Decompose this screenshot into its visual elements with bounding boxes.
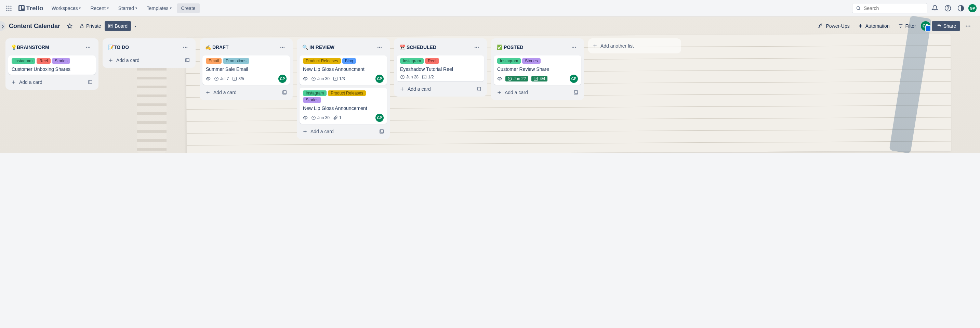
- card-member-avatar[interactable]: GP: [570, 75, 578, 83]
- filter-button[interactable]: Filter: [894, 21, 920, 31]
- eye-icon: [206, 76, 211, 81]
- help-icon[interactable]: [942, 3, 953, 14]
- svg-point-8: [10, 10, 11, 11]
- add-card-button[interactable]: Add a card: [494, 88, 581, 97]
- list-title[interactable]: 🔍 IN REVIEW: [302, 45, 334, 50]
- template-icon[interactable]: [88, 80, 93, 85]
- svg-point-63: [475, 47, 476, 48]
- list-title[interactable]: ✍️ DRAFT: [205, 45, 228, 50]
- visibility-button[interactable]: Private: [76, 21, 105, 31]
- list-title[interactable]: 📝TO DO: [108, 45, 129, 50]
- card-label[interactable]: Instagram: [303, 90, 326, 96]
- card-member-avatar[interactable]: GP: [375, 114, 383, 122]
- svg-rect-62: [380, 130, 383, 133]
- template-icon[interactable]: [185, 58, 190, 63]
- board-view-button[interactable]: Board: [105, 21, 131, 31]
- templates-menu[interactable]: Templates▾: [143, 3, 176, 13]
- add-card-button[interactable]: Add a card: [8, 77, 96, 87]
- list: 📅 SCHEDULED InstagramReelEyeshadow Tutor…: [394, 38, 487, 96]
- add-card-button[interactable]: Add a card: [397, 84, 484, 94]
- list-title[interactable]: ✅ POSTED: [496, 45, 523, 50]
- star-button[interactable]: [64, 21, 76, 31]
- card[interactable]: EmailPromotionsSummer Sale EmailJul 73/5…: [202, 56, 290, 85]
- card[interactable]: InstagramReelEyeshadow Tutorial ReelJun …: [397, 56, 484, 82]
- list-menu-button[interactable]: [375, 42, 384, 52]
- add-list-label: Add another list: [600, 43, 634, 49]
- board-member-avatar[interactable]: GP: [921, 21, 931, 31]
- card-member-avatar[interactable]: GP: [278, 75, 286, 83]
- attach-icon: [333, 115, 338, 120]
- list-header: 💡BRAINSTORM: [8, 41, 96, 53]
- search-input[interactable]: [864, 5, 924, 11]
- list-menu-button[interactable]: [569, 42, 579, 52]
- list-menu-button[interactable]: [278, 42, 287, 52]
- svg-rect-33: [89, 80, 92, 83]
- card-label[interactable]: Instagram: [12, 58, 35, 64]
- template-icon[interactable]: [282, 90, 287, 95]
- template-icon[interactable]: [573, 90, 579, 95]
- card-label[interactable]: Promotions: [223, 58, 249, 64]
- dots-icon: [965, 23, 971, 29]
- list-menu-button[interactable]: [472, 42, 482, 52]
- card-label[interactable]: Reel: [37, 58, 51, 64]
- check-icon: [232, 76, 237, 81]
- board-title[interactable]: Content Calendar: [5, 22, 64, 30]
- card-label[interactable]: Stories: [52, 58, 70, 64]
- trello-logo[interactable]: Trello: [16, 3, 46, 14]
- add-card-button[interactable]: Add a card: [105, 56, 193, 65]
- template-icon[interactable]: [379, 129, 384, 134]
- badge-clock: Jun 28: [400, 75, 418, 80]
- dots-icon: [86, 45, 91, 50]
- badge-text: Jul 7: [220, 76, 229, 81]
- automation-button[interactable]: Automation: [854, 21, 893, 31]
- card-member-avatar[interactable]: GP: [375, 75, 383, 83]
- badge-text: 1/2: [428, 75, 434, 80]
- card[interactable]: InstagramProduct ReleasesStoriesNew Lip …: [299, 88, 387, 124]
- share-button[interactable]: Share: [932, 21, 960, 31]
- add-list-button[interactable]: Add another list: [588, 38, 681, 53]
- svg-point-54: [305, 78, 306, 80]
- create-button[interactable]: Create: [177, 3, 200, 13]
- card-label[interactable]: Stories: [303, 97, 321, 103]
- view-switcher-button[interactable]: ▾: [131, 22, 140, 30]
- card-label[interactable]: Instagram: [400, 58, 424, 64]
- board-menu-button[interactable]: [961, 21, 975, 31]
- drawer-expand-icon[interactable]: ❯: [0, 21, 5, 31]
- list-menu-button[interactable]: [83, 42, 93, 52]
- list-title[interactable]: 💡BRAINSTORM: [11, 45, 49, 50]
- list-menu-button[interactable]: [181, 42, 190, 52]
- badge-attach: 1: [333, 115, 342, 120]
- recent-menu[interactable]: Recent▾: [86, 3, 113, 13]
- card-label[interactable]: Reel: [425, 58, 439, 64]
- filter-label: Filter: [905, 23, 916, 29]
- card[interactable]: InstagramStoriesCustomer Review ShareJun…: [494, 56, 581, 85]
- list-title[interactable]: 📅 SCHEDULED: [399, 45, 436, 50]
- card-label[interactable]: Instagram: [497, 58, 521, 64]
- card[interactable]: Product ReleasesBlogNew Lip Gloss Announ…: [299, 56, 387, 85]
- badge-clock: Jun 30: [311, 76, 329, 81]
- card-label[interactable]: Email: [206, 58, 221, 64]
- search-box[interactable]: [852, 3, 928, 13]
- card-label[interactable]: Stories: [522, 58, 540, 64]
- powerups-button[interactable]: Power-Ups: [815, 21, 853, 31]
- theme-icon[interactable]: [955, 3, 966, 14]
- svg-rect-18: [110, 25, 111, 26]
- svg-point-26: [969, 26, 970, 27]
- notifications-icon[interactable]: [929, 3, 940, 14]
- dots-icon: [474, 45, 479, 50]
- add-card-label: Add a card: [407, 86, 431, 92]
- board-canvas[interactable]: 💡BRAINSTORM InstagramReelStoriesCustomer…: [0, 35, 980, 153]
- workspaces-menu[interactable]: Workspaces▾: [48, 3, 85, 13]
- card-label[interactable]: Product Releases: [328, 90, 366, 96]
- card[interactable]: InstagramReelStoriesCustomer Unboxing Sh…: [8, 56, 96, 75]
- add-card-button[interactable]: Add a card: [299, 127, 387, 136]
- card-label[interactable]: Blog: [342, 58, 356, 64]
- template-icon[interactable]: [476, 86, 482, 92]
- starred-menu[interactable]: Starred▾: [114, 3, 141, 13]
- account-avatar[interactable]: GP: [968, 4, 977, 12]
- card-labels: InstagramStories: [497, 58, 578, 64]
- card-label[interactable]: Product Releases: [303, 58, 341, 64]
- app-switcher-icon[interactable]: [3, 3, 14, 14]
- list-header: 🔍 IN REVIEW: [299, 41, 387, 53]
- add-card-button[interactable]: Add a card: [202, 88, 290, 97]
